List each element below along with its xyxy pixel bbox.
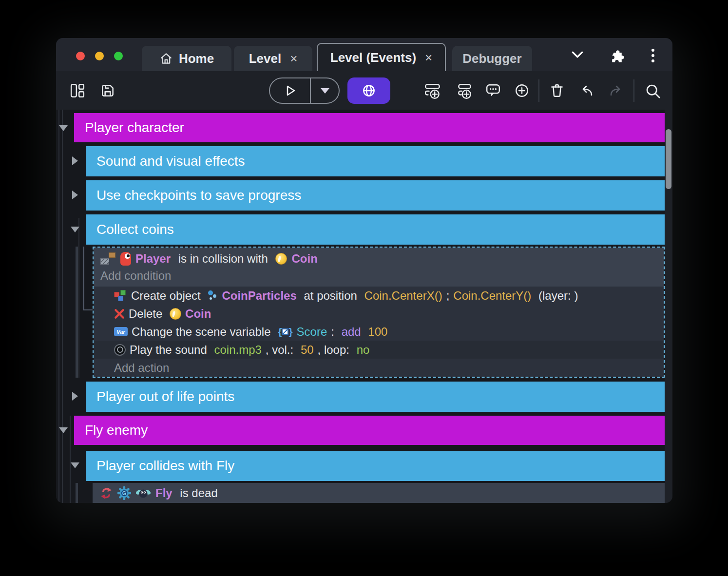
expand-caret[interactable]: [72, 156, 78, 165]
object-name: Coin: [291, 252, 317, 266]
toolbar: [56, 71, 672, 110]
indent-guide: [58, 110, 59, 503]
dropdown-caret-icon: [321, 88, 329, 94]
tab-label: Debugger: [462, 51, 521, 66]
object-name: Coin: [185, 307, 211, 321]
toolbar-divider: [633, 79, 634, 102]
condition-text: is dead: [177, 486, 218, 500]
collapse-caret[interactable]: [71, 227, 79, 232]
actions-section: Create object CoinParticles at position …: [94, 287, 664, 377]
scrollbar-thumb[interactable]: [666, 129, 671, 189]
scrollbar-track[interactable]: [665, 110, 672, 503]
action-play-sound[interactable]: Play the sound coin.mp3 , vol.: 50 , loo…: [94, 341, 664, 359]
group-out-of-life[interactable]: Player out of life points: [86, 382, 665, 412]
tab-level[interactable]: Level ×: [234, 46, 312, 71]
tab-level-events[interactable]: Level (Events) ×: [317, 43, 446, 71]
action-text: ;: [446, 289, 450, 303]
action-text: at position: [301, 289, 361, 303]
add-subevent-icon[interactable]: [456, 83, 473, 99]
expand-caret[interactable]: [72, 191, 78, 199]
action-text: Change the scene variable: [132, 325, 274, 339]
action-change-variable[interactable]: Var Change the scene variable {} Score :…: [94, 323, 664, 341]
save-icon[interactable]: [100, 83, 115, 98]
toolbar-divider: [538, 79, 539, 102]
app-window: Home Level × Level (Events) × Debugger: [56, 38, 672, 503]
sound-file: coin.mp3: [214, 343, 261, 357]
close-icon[interactable]: ×: [425, 50, 432, 65]
group-title: Player character: [85, 120, 184, 135]
action-text: Create object: [131, 289, 204, 303]
indent-guide: [70, 416, 71, 503]
undo-icon[interactable]: [578, 83, 595, 98]
action-create-object[interactable]: Create object CoinParticles at position …: [94, 287, 664, 305]
group-title: Player out of life points: [96, 389, 234, 404]
chevron-down-icon[interactable]: [570, 49, 585, 60]
add-comment-icon[interactable]: [485, 83, 501, 98]
particles-object-icon: [208, 289, 218, 302]
minimize-window-button[interactable]: [95, 52, 104, 60]
delete-x-icon: [114, 308, 125, 319]
subevent-connector: [83, 309, 93, 310]
close-icon[interactable]: ×: [290, 51, 297, 66]
collapse-caret[interactable]: [71, 462, 79, 468]
group-player-character[interactable]: Player character: [74, 113, 665, 142]
add-event-icon[interactable]: [424, 83, 442, 99]
indent-guide: [76, 483, 78, 503]
condition-fly-is-dead[interactable]: G Fly is dead: [93, 483, 665, 503]
action-text: :: [331, 325, 337, 339]
group-fly-enemy[interactable]: Fly enemy: [74, 416, 665, 445]
redo-icon[interactable]: [608, 83, 624, 98]
zoom-window-button[interactable]: [114, 52, 123, 60]
group-checkpoints[interactable]: Use checkpoints to save progress: [86, 180, 665, 211]
preview-options-dropdown[interactable]: [311, 78, 339, 103]
group-collect-coins[interactable]: Collect coins: [86, 214, 665, 245]
trash-icon[interactable]: [549, 83, 565, 98]
group-title: Fly enemy: [85, 422, 148, 438]
group-sound-effects[interactable]: Sound and visual effects: [86, 146, 665, 176]
events-sheet: Player character Sound and visual effect…: [56, 110, 672, 503]
search-icon[interactable]: [645, 83, 661, 99]
preview-button-group: [269, 77, 340, 104]
add-condition-button[interactable]: Add condition: [94, 269, 664, 283]
group-title: Sound and visual effects: [96, 154, 245, 169]
conditions-section: Player is in collision with Coin Add con…: [94, 248, 664, 287]
tab-home[interactable]: Home: [142, 46, 231, 71]
expression: Coin.CenterX(): [364, 289, 442, 303]
extensions-puzzle-icon[interactable]: [609, 49, 625, 64]
indent-guide: [78, 218, 79, 378]
add-circle-icon[interactable]: [514, 83, 530, 98]
subevent-connector: [83, 247, 84, 310]
action-text: Play the sound: [130, 343, 210, 357]
group-player-collides-fly[interactable]: Player collides with Fly: [86, 451, 665, 481]
globe-icon: [361, 83, 377, 98]
add-action-button[interactable]: Add action: [114, 361, 169, 375]
action-text: , vol.:: [266, 343, 297, 357]
collision-icon: [100, 252, 116, 265]
value: no: [357, 343, 370, 357]
swap-arrows-icon: [99, 486, 113, 500]
expand-caret[interactable]: [72, 392, 78, 401]
tab-debugger[interactable]: Debugger: [452, 46, 532, 71]
collapse-caret[interactable]: [59, 125, 68, 131]
play-preview-button[interactable]: [270, 78, 311, 103]
action-delete-coin[interactable]: Delete Coin: [94, 305, 664, 323]
condition-player-collision[interactable]: Player is in collision with Coin: [94, 248, 664, 266]
scene-variable-icon: {}: [278, 326, 292, 338]
variable-badge-icon: Var: [114, 327, 128, 336]
event-collect-coin[interactable]: Player is in collision with Coin Add con…: [93, 247, 665, 378]
coin-object-icon: [275, 253, 287, 265]
coin-object-icon: [170, 308, 181, 320]
indent-guide: [76, 247, 78, 378]
network-preview-button[interactable]: [347, 77, 390, 104]
object-name: Player: [135, 252, 171, 266]
group-title: Player collides with Fly: [96, 458, 234, 474]
collapse-caret[interactable]: [59, 427, 68, 433]
titlebar: Home Level × Level (Events) × Debugger: [56, 38, 672, 71]
expression: Coin.CenterY(): [453, 289, 531, 303]
close-window-button[interactable]: [76, 52, 85, 60]
home-icon: [159, 52, 173, 65]
value: 50: [301, 343, 314, 357]
kebab-menu-icon[interactable]: [651, 49, 654, 62]
panel-layout-icon[interactable]: [70, 83, 85, 98]
condition-text: is in collision with: [175, 252, 271, 266]
